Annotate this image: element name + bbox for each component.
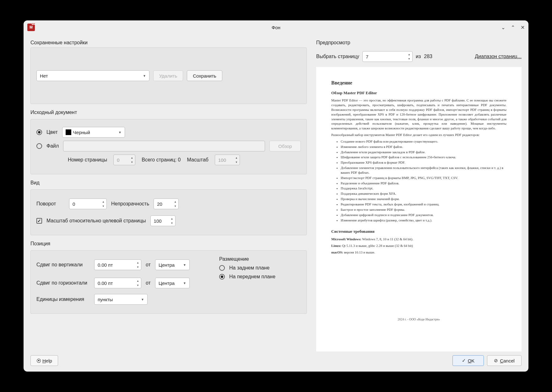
cancel-button[interactable]: ⊘ Cancel — [487, 355, 522, 366]
spin-up-icon[interactable]: ▲ — [173, 199, 178, 204]
list-item: Быстрое и простое заполнение PDF формы. — [341, 207, 506, 212]
source-scale-value: 100 — [218, 157, 226, 163]
placement-label: Размещение — [219, 256, 301, 262]
ok-button[interactable]: ✓ OK — [452, 355, 484, 366]
placement-back-label: На заднем плане — [229, 265, 269, 271]
preset-value: Нет — [40, 73, 48, 79]
h-from-value: Центра — [159, 280, 175, 286]
units-value: пункты — [98, 297, 113, 302]
minimize-icon[interactable]: ⌄ — [501, 24, 505, 30]
app-icon: M — [27, 24, 35, 31]
v-from-combo[interactable]: Центра ▼ — [155, 259, 190, 270]
scale-relative-checkbox[interactable] — [36, 218, 42, 224]
list-item: Добавление элементов управления пользова… — [341, 166, 506, 175]
v-from-value: Центра — [159, 262, 175, 268]
file-path-input[interactable] — [63, 141, 265, 151]
h-from-combo[interactable]: Центра ▼ — [155, 278, 190, 288]
units-combo[interactable]: пункты ▼ — [94, 294, 148, 305]
file-radio[interactable] — [36, 143, 42, 149]
chevron-down-icon: ▼ — [118, 131, 122, 134]
rotation-label: Поворот — [36, 201, 65, 207]
spin-down-icon[interactable]: ▼ — [129, 160, 134, 164]
help-button[interactable]: ⦿ Help — [30, 355, 58, 366]
source-panel: Цвет Черный ▼ Файл Обзор — [30, 119, 307, 174]
list-item: Поддержка JavaScript. — [341, 186, 506, 191]
preview-footer: 2024 г. - ООО «Коде Индастри» — [331, 317, 506, 322]
spin-down-icon[interactable]: ▼ — [234, 160, 239, 164]
spin-up-icon[interactable]: ▲ — [101, 199, 106, 204]
preview-bullets: Создание нового PDF файла или редактиров… — [331, 139, 506, 223]
total-pages: 283 — [424, 54, 432, 59]
preview-req3: macOS: версия 10.13 и выше. — [331, 250, 506, 255]
opacity-value: 20 — [157, 201, 162, 207]
list-item: Преобразование XPS файлов в формат PDF. — [341, 160, 506, 165]
h-offset-spin[interactable]: 0.00 пт ▲▼ — [94, 278, 141, 288]
spin-up-icon[interactable]: ▲ — [135, 279, 140, 283]
spin-up-icon[interactable]: ▲ — [135, 260, 140, 265]
color-swatch — [66, 129, 71, 135]
color-combo[interactable]: Черный ▼ — [62, 127, 125, 138]
h-offset-value: 0.00 пт — [98, 280, 113, 286]
source-scale-spin[interactable]: 100 ▲▼ — [215, 155, 240, 165]
spin-down-icon[interactable]: ▼ — [135, 283, 140, 287]
v-offset-spin[interactable]: 0.00 пт ▲▼ — [94, 259, 141, 270]
cancel-icon: ⊘ — [494, 358, 498, 363]
preview-p1: Master PDF Editor — это простая, но эффе… — [331, 98, 506, 131]
list-item: Изменение атрибутов шрифта (размер, семе… — [341, 218, 506, 223]
maximize-icon[interactable]: ⌃ — [511, 24, 515, 30]
titlebar: M Фон ⌄ ⌃ ✕ — [24, 20, 528, 34]
rotation-spin[interactable]: 0 ▲▼ — [69, 199, 107, 209]
position-panel: Сдвиг по вертикали 0.00 пт ▲▼ от Центра … — [30, 250, 307, 314]
page-range-link[interactable]: Диапазон страниц... — [475, 54, 522, 59]
browse-button[interactable]: Обзор — [269, 141, 301, 151]
preview-page-spin[interactable]: 7 ▲▼ — [362, 51, 413, 62]
list-item: Изменение любого элемента в PDF файле. — [341, 144, 506, 149]
page-number-spin[interactable]: 0 ▲▼ — [113, 155, 135, 165]
units-label: Единицы измерения — [36, 297, 90, 302]
preview-req2: Linux: Qt 5.11.3 и выше, glibc 2.28 и вы… — [331, 243, 506, 248]
source-scale-label: Масштаб — [187, 157, 208, 163]
delete-preset-button[interactable]: Удалить — [153, 70, 183, 81]
saved-settings-panel: Нет ▼ Удалить Сохранить — [30, 47, 307, 104]
spin-down-icon[interactable]: ▼ — [407, 57, 412, 61]
placement-front-radio[interactable] — [219, 274, 225, 280]
list-item: Создание нового PDF файла или редактиров… — [341, 139, 506, 144]
placement-back-radio[interactable] — [219, 265, 225, 271]
spin-up-icon[interactable]: ▲ — [407, 52, 412, 57]
view-panel: Поворот 0 ▲▼ Непрозрачность 20 ▲▼ Масшта… — [30, 189, 307, 235]
list-item: Добавление и/или редактирование закладок… — [341, 150, 506, 155]
spin-down-icon[interactable]: ▼ — [170, 221, 175, 225]
from-label: от — [146, 280, 151, 286]
list-item: Редактирование PDF текста, любых форм, и… — [341, 202, 506, 207]
color-radio[interactable] — [36, 129, 42, 135]
scale-relative-spin[interactable]: 100 ▲▼ — [150, 215, 176, 226]
list-item: Шифрование и/или защита PDF файлов с исп… — [341, 155, 506, 160]
preview-page: Введение Обзор Master PDF Editor Master … — [316, 67, 522, 351]
window-title: Фон — [24, 25, 528, 30]
spin-up-icon[interactable]: ▲ — [129, 155, 134, 160]
spin-up-icon[interactable]: ▲ — [234, 155, 239, 160]
opacity-spin[interactable]: 20 ▲▼ — [154, 199, 179, 209]
page-number-value: 0 — [117, 157, 119, 163]
check-icon: ✓ — [462, 358, 466, 363]
save-preset-button[interactable]: Сохранить — [187, 70, 222, 81]
preset-combo[interactable]: Нет ▼ — [36, 70, 149, 81]
preview-p2: Разнообразный набор инструментов Master … — [331, 133, 506, 137]
spin-down-icon[interactable]: ▼ — [135, 265, 140, 269]
chevron-down-icon: ▼ — [183, 263, 186, 267]
list-item: Проверка и вычисление значений форм. — [341, 197, 506, 201]
spin-up-icon[interactable]: ▲ — [170, 216, 175, 221]
close-icon[interactable]: ✕ — [521, 24, 525, 30]
list-item: Добавление цифровой подписи и подписание… — [341, 213, 506, 217]
chevron-down-icon: ▼ — [143, 74, 146, 78]
spin-down-icon[interactable]: ▼ — [173, 204, 178, 208]
position-label: Позиция — [30, 241, 307, 247]
view-label: Вид — [30, 180, 307, 186]
help-icon: ⦿ — [36, 358, 41, 363]
file-label: Файл — [46, 143, 59, 149]
list-item: Импорт/экспорт PDF страниц в форматы BMP… — [341, 176, 506, 180]
source-doc-label: Исходный документ — [30, 110, 307, 115]
color-label: Цвет — [46, 129, 58, 135]
spin-down-icon[interactable]: ▼ — [101, 204, 106, 208]
rotation-value: 0 — [73, 201, 75, 207]
